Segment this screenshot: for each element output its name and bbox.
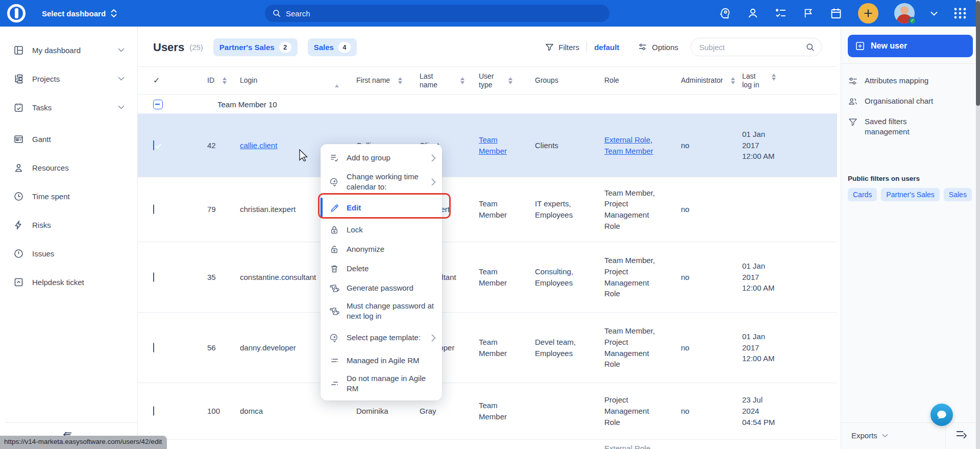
sidebar-item-resources[interactable]: Resources: [0, 157, 138, 178]
collapse-group-checkbox[interactable]: [153, 100, 163, 109]
header-login[interactable]: Login: [230, 71, 346, 90]
header-role[interactable]: Role: [594, 71, 671, 90]
chevron-right-icon: [431, 334, 436, 342]
add-button[interactable]: [858, 3, 878, 23]
header-last-name[interactable]: Last name: [409, 67, 469, 94]
dashboard-icon: [13, 45, 24, 56]
header-administrator[interactable]: Administrator: [671, 71, 732, 90]
scrollbar-thumb[interactable]: [976, 1, 980, 106]
menu-item-change-working-calendar[interactable]: Change working time calendar to:: [321, 168, 442, 196]
user-icon[interactable]: [747, 7, 759, 19]
square-plus-icon: [855, 41, 865, 51]
default-filter-link[interactable]: default: [594, 43, 619, 52]
exports-button[interactable]: Exports: [851, 431, 888, 440]
chevron-down-icon[interactable]: [118, 105, 125, 109]
menu-item-lock[interactable]: Lock: [321, 220, 442, 240]
menu-item-do-not-manage-agile-rm[interactable]: Do not manage in Agile RM: [321, 370, 442, 397]
subject-search-input[interactable]: [699, 43, 805, 52]
cell-groups: Consulting, Employees: [525, 261, 594, 294]
sort-icon: [223, 77, 227, 84]
chevron-down-icon[interactable]: [118, 77, 125, 81]
chip-count-badge: 4: [338, 42, 351, 53]
new-user-button[interactable]: New user: [848, 35, 973, 57]
sidebar-item-time-spent[interactable]: Time spent: [0, 186, 138, 206]
filter-chip-partners-sales[interactable]: Partner's Sales 2: [213, 38, 298, 56]
sidebar-item-projects[interactable]: Projects: [0, 68, 138, 89]
agile-lines-icon: [330, 379, 340, 389]
cell-last-login: 01 Jan 2017 12:00 AM: [732, 255, 781, 299]
calendar-icon[interactable]: [830, 7, 842, 19]
user-type-link[interactable]: Team Member: [479, 135, 507, 155]
header-id[interactable]: ID: [197, 71, 230, 90]
sidebar-item-helpdesk[interactable]: Helpdesk ticket: [0, 272, 138, 292]
select-all-header[interactable]: ✓: [138, 70, 197, 90]
row-checkbox[interactable]: [153, 204, 154, 214]
global-search[interactable]: [265, 5, 609, 22]
table-row[interactable]: 56 danny.developer Danny Developer Team …: [138, 313, 837, 383]
subject-search[interactable]: [691, 38, 822, 56]
options-button[interactable]: Options: [638, 42, 678, 52]
header-last-login[interactable]: Last log in: [732, 67, 781, 94]
cell-id: 35: [197, 267, 230, 288]
chevron-down-icon[interactable]: [930, 11, 938, 16]
sidebar-item-issues[interactable]: Issues: [0, 243, 138, 264]
filters-button[interactable]: Filters: [545, 42, 579, 52]
sidebar-item-tasks[interactable]: Tasks: [0, 97, 138, 117]
table-row[interactable]: 100 domca Dominika Gray Team Member Proj…: [138, 383, 837, 440]
sidebar-item-risks[interactable]: Risks: [0, 215, 138, 235]
sidebar-item-gantt[interactable]: Gantt: [0, 129, 138, 149]
collapse-panel-icon[interactable]: [955, 431, 969, 444]
public-filter-cards[interactable]: Cards: [848, 188, 877, 201]
menu-item-must-change-password[interactable]: Must change pass­word at next log in: [321, 298, 442, 324]
search-icon[interactable]: [805, 42, 815, 52]
attributes-mapping-link[interactable]: Attributes mapping: [848, 76, 973, 86]
chat-widget-button[interactable]: [930, 404, 953, 426]
sidebar-item-my-dashboard[interactable]: My dashboard: [0, 40, 138, 60]
puzzle-icon: [330, 283, 340, 293]
row-checkbox[interactable]: [153, 343, 154, 352]
menu-item-anonymize[interactable]: Anonymize: [321, 240, 442, 259]
table-row[interactable]: 35 constantine.consultant Constantine Co…: [138, 242, 837, 313]
header-user-type[interactable]: User type: [469, 67, 525, 94]
app-logo[interactable]: [7, 4, 26, 22]
menu-item-managed-agile-rm[interactable]: Managed in Agile RM: [321, 351, 442, 370]
funnel-icon: [848, 117, 858, 127]
row-checkbox[interactable]: [153, 140, 154, 150]
search-icon: [272, 9, 281, 18]
cell-administrator: no: [671, 199, 732, 220]
flag-icon[interactable]: [803, 7, 814, 19]
role-link[interactable]: External Role: [604, 135, 650, 144]
table-header-row: ✓ ID Login First name Last name User typ…: [138, 66, 837, 94]
menu-item-generate-password[interactable]: Generate password: [321, 278, 442, 298]
ai-assistant-icon[interactable]: [719, 7, 731, 19]
header-first-name[interactable]: First name: [346, 71, 409, 90]
table-row[interactable]: 42 callie.client Callie Client Team Memb…: [138, 114, 837, 177]
avatar[interactable]: ✓: [894, 3, 915, 23]
chevron-down-icon[interactable]: [118, 48, 125, 52]
global-search-input[interactable]: [286, 9, 602, 18]
chevron-right-icon: [431, 178, 436, 186]
menu-item-select-page-template[interactable]: Select page template:: [321, 324, 442, 351]
public-filter-partners-sales[interactable]: Partner's Sales: [881, 188, 940, 201]
filter-chip-sales[interactable]: Sales 4: [308, 38, 357, 56]
menu-item-add-to-group[interactable]: Add to group: [321, 148, 442, 168]
apps-grid-icon[interactable]: [953, 7, 967, 20]
table-row[interactable]: 79 christian.itexpert Christian IT exper…: [138, 177, 837, 242]
main-content: Users (25) Partner's Sales 2 Sales 4 Fil…: [138, 27, 841, 449]
status-url-tooltip: https://v14-marketa.easysoftware.com/use…: [0, 436, 167, 449]
select-dashboard[interactable]: Select dashboard: [42, 9, 117, 18]
organisational-chart-link[interactable]: Organisational chart: [848, 96, 973, 107]
menu-item-delete[interactable]: Delete: [321, 259, 442, 278]
role-link[interactable]: Team Member: [604, 147, 653, 155]
chevron-down-icon: [882, 434, 888, 438]
public-filter-sales[interactable]: Sales: [944, 188, 972, 201]
row-checkbox[interactable]: [153, 272, 154, 282]
menu-item-edit[interactable]: Edit: [321, 196, 442, 220]
header-groups[interactable]: Groups: [525, 71, 594, 90]
row-checkbox[interactable]: [153, 406, 154, 416]
checklist-icon[interactable]: [775, 7, 787, 19]
saved-filters-management-link[interactable]: Saved filters management: [848, 116, 935, 137]
page-scrollbar[interactable]: [976, 0, 980, 449]
login-link[interactable]: callie.client: [240, 141, 277, 150]
cell-role: Team Member, Project Management Role: [594, 250, 671, 304]
